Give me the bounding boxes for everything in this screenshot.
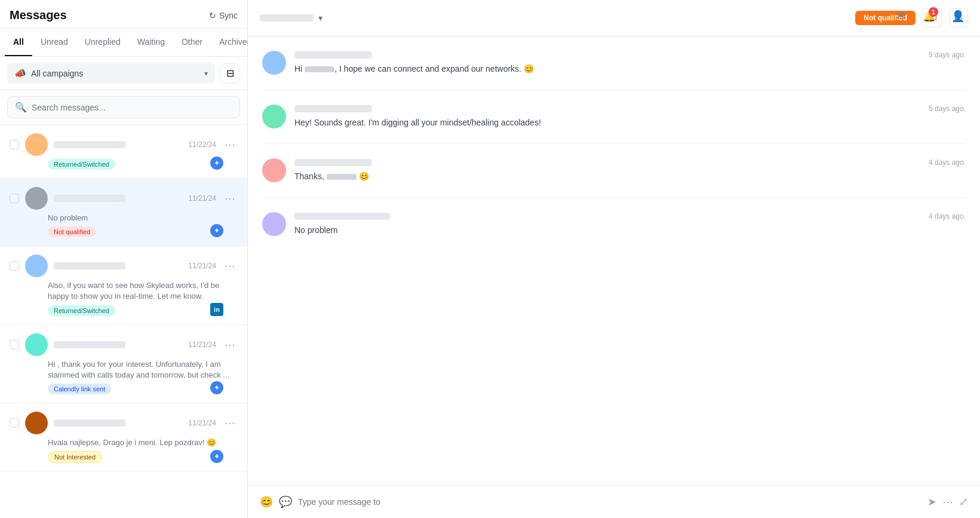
message-date: 11/21/24 xyxy=(188,341,216,349)
sender-name-blur xyxy=(294,51,372,59)
avatar xyxy=(262,158,286,182)
megaphone-icon: 📣 xyxy=(14,68,26,79)
sender-name-blur xyxy=(294,213,390,220)
sync-button[interactable]: ↻ Sync xyxy=(209,11,238,20)
attachment-button[interactable]: 💬 xyxy=(279,495,292,508)
chevron-down-icon[interactable]: ▾ xyxy=(318,13,322,23)
message-checkbox[interactable] xyxy=(10,194,19,203)
message-preview: Also, if you want to see how Skylead wor… xyxy=(10,280,238,302)
message-tag: Calendly link sent xyxy=(48,384,111,394)
tab-all[interactable]: All xyxy=(5,29,32,56)
avatar xyxy=(25,133,48,156)
chat-message: 5 days ago. Hi , I hope we can connect a… xyxy=(262,51,966,75)
chat-area: 5 days ago. Hi , I hope we can connect a… xyxy=(248,36,980,485)
message-date: 11/21/24 xyxy=(188,262,216,270)
list-item[interactable]: 11/21/24 ⋯ Hvala najlepse, Drago je i me… xyxy=(0,403,247,472)
campaign-label: All campaigns xyxy=(31,69,199,78)
filter-icon: ⊟ xyxy=(226,68,234,79)
right-panel: ▾ Not qualified 🏷 ⋯ 5 days ago. Hi , I h… xyxy=(248,0,980,518)
message-checkbox[interactable] xyxy=(10,261,19,271)
avatar xyxy=(262,51,286,75)
message-platform-icon: ✦ xyxy=(210,450,223,463)
user-icon: 👤 xyxy=(951,10,964,23)
app-title: Messages xyxy=(10,8,67,22)
message-preview: Hvala najlepse, Drago je i meni. Lep poz… xyxy=(10,437,238,448)
tab-unread[interactable]: Unread xyxy=(32,29,76,56)
chat-message: 5 days ago. Hey! Sounds great. I'm diggi… xyxy=(262,105,966,129)
message-preview: Hi , thank you for your interest. Unfort… xyxy=(10,359,238,381)
message-checkbox[interactable] xyxy=(10,140,19,149)
notification-badge: 1 xyxy=(929,7,938,17)
contact-name xyxy=(54,141,125,148)
message-list: 11/22/24 ⋯ Returned/Switched ✦ 11/21/24 … xyxy=(0,125,247,518)
sync-label: Sync xyxy=(219,11,238,20)
tab-bar: All Unread Unreplied Waiting Other Archi… xyxy=(0,29,247,57)
chat-text: Hey! Sounds great. I'm digging all your … xyxy=(294,117,966,129)
sender-name-blur xyxy=(294,159,372,166)
message-input-area: 😊 💬 ➤ ⋯ ⤢ xyxy=(248,485,980,518)
search-input[interactable] xyxy=(32,103,232,112)
chat-message: 4 days ago. No problem xyxy=(262,212,966,237)
avatar xyxy=(25,187,48,210)
left-panel-header: Messages ↻ Sync xyxy=(0,0,247,29)
message-time: 4 days ago. xyxy=(929,212,966,220)
list-item[interactable]: 11/21/24 ⋯ No problem Not qualified ✦ xyxy=(0,179,247,246)
avatar xyxy=(25,412,48,434)
search-icon: 🔍 xyxy=(15,102,27,113)
message-checkbox[interactable] xyxy=(10,340,19,350)
message-platform-icon: ✦ xyxy=(210,157,223,170)
sender-name-blur xyxy=(294,105,372,112)
message-platform-icon: ✦ xyxy=(210,381,223,394)
more-send-options-button[interactable]: ⋯ xyxy=(942,495,953,508)
expand-button[interactable]: ⤢ xyxy=(959,495,968,508)
tab-waiting[interactable]: Waiting xyxy=(129,29,173,56)
avatar xyxy=(25,255,48,277)
chat-divider xyxy=(262,143,966,144)
message-tag: Not qualified xyxy=(48,226,96,237)
chat-divider xyxy=(262,90,966,90)
message-preview: No problem xyxy=(10,213,238,223)
send-button[interactable]: ➤ xyxy=(927,495,936,508)
avatar xyxy=(262,212,286,236)
message-date: 11/22/24 xyxy=(188,140,216,149)
message-menu-icon[interactable]: ⋯ xyxy=(222,259,238,272)
mail-icon: ✉ xyxy=(896,10,905,23)
contact-name xyxy=(54,262,125,269)
profile-nav-icon[interactable]: 👤 xyxy=(948,6,968,26)
chevron-down-icon: ▾ xyxy=(204,69,208,78)
contact-name xyxy=(54,419,125,427)
message-time: 5 days ago. xyxy=(929,105,966,113)
search-input-wrap: 🔍 xyxy=(7,96,240,118)
chat-message: 4 days ago. Thanks, 😊 xyxy=(262,158,966,183)
top-nav: ✉ 🔔 1 👤 xyxy=(890,6,968,26)
tab-unreplied[interactable]: Unreplied xyxy=(76,29,129,56)
campaign-selector[interactable]: 📣 All campaigns ▾ xyxy=(7,63,215,84)
chat-text: No problem xyxy=(294,224,966,237)
list-item[interactable]: 11/22/24 ⋯ Returned/Switched ✦ xyxy=(0,125,247,179)
contact-name xyxy=(54,195,125,202)
message-time: 5 days ago. xyxy=(929,51,966,59)
right-header: ▾ Not qualified 🏷 ⋯ xyxy=(248,0,980,36)
tab-other[interactable]: Other xyxy=(173,29,211,56)
avatar xyxy=(262,105,286,128)
list-item[interactable]: 11/21/24 ⋯ Also, if you want to see how … xyxy=(0,246,247,324)
avatar xyxy=(25,333,48,356)
message-menu-icon[interactable]: ⋯ xyxy=(222,416,238,430)
message-input[interactable] xyxy=(298,497,921,507)
message-menu-icon[interactable]: ⋯ xyxy=(222,192,238,205)
message-tag: Returned/Switched xyxy=(48,159,115,170)
messages-nav-icon[interactable]: ✉ xyxy=(890,6,911,26)
message-platform-icon: in xyxy=(210,303,223,316)
list-item[interactable]: 11/21/24 ⋯ Hi , thank you for your inter… xyxy=(0,325,247,403)
contact-name xyxy=(54,341,125,348)
message-tag: Not Interested xyxy=(48,451,102,463)
emoji-button[interactable]: 😊 xyxy=(260,495,273,508)
contact-name-blur xyxy=(260,14,314,22)
message-checkbox[interactable] xyxy=(10,418,19,428)
message-menu-icon[interactable]: ⋯ xyxy=(222,138,238,151)
filter-button[interactable]: ⊟ xyxy=(220,63,240,84)
notifications-nav-icon[interactable]: 🔔 1 xyxy=(919,6,939,26)
message-time: 4 days ago. xyxy=(929,158,966,167)
message-menu-icon[interactable]: ⋯ xyxy=(222,338,238,351)
chat-divider xyxy=(262,197,966,198)
